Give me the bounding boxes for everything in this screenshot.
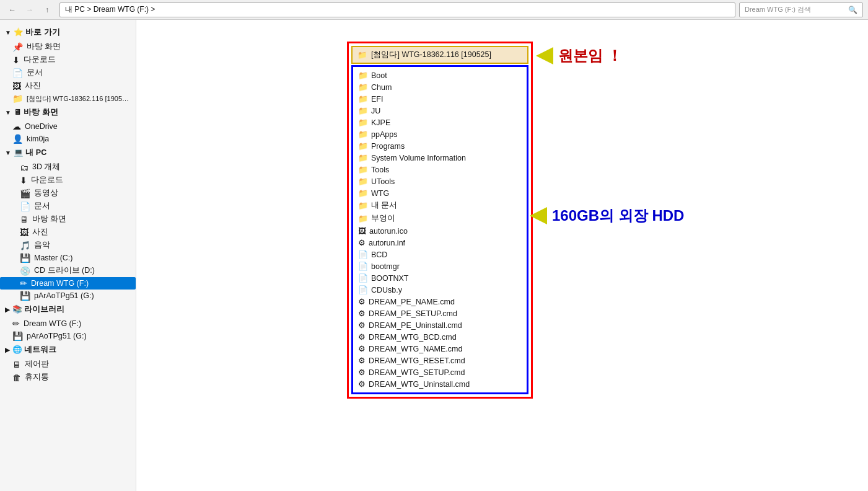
sidebar-item-paranoia-g[interactable]: 💾 pArAoTPg51 (G:) — [0, 290, 136, 302]
quick-access-arrow: ▼ — [5, 29, 11, 36]
dream-wtg-uninstall-label: DREAM_WTG_Uninstall.cmd — [369, 380, 470, 389]
title-bar: ← → ↑ 내 PC > Dream WTG (F:) > Dream WTG … — [0, 0, 868, 20]
photos-pc-icon: 🖼 — [20, 228, 28, 237]
dream-pe-uninstall-label: DREAM_PE_Uninstall.cmd — [369, 321, 462, 330]
blue-inner-box: 📁 Boot 📁 Chum 📁 EFI 📁 JU 📁 KJPE — [351, 65, 528, 394]
folder-programs-label: Programs — [371, 142, 405, 151]
dream-wtg-bcd-icon: ⚙ — [358, 332, 366, 342]
mypc-header[interactable]: ▼ 💻 내 PC — [0, 145, 136, 161]
sidebar-item-photos-pc[interactable]: 🖼 사진 — [0, 226, 136, 239]
sidebar-item-video[interactable]: 🎬 동영상 — [0, 187, 136, 200]
top-annotation-label: 원본임 ！ — [558, 46, 622, 66]
file-dream-pe-name[interactable]: ⚙ DREAM_PE_NAME.cmd — [356, 296, 524, 307]
sidebar-item-onedrive[interactable]: ☁ OneDrive — [0, 120, 136, 133]
folder-Tools[interactable]: 📁 Tools — [356, 164, 524, 175]
sidebar-item-download-pc[interactable]: ⬇ 다운로드 — [0, 174, 136, 187]
folder-owl-label: 부엉이 — [371, 213, 395, 224]
file-dream-wtg-uninstall[interactable]: ⚙ DREAM_WTG_Uninstall.cmd — [356, 378, 524, 390]
sidebar-item-dream-wtg-f2[interactable]: ✏ Dream WTG (F:) — [0, 317, 136, 330]
file-BCD[interactable]: 📄 BCD — [356, 249, 524, 260]
dream-wtg-name-icon: ⚙ — [358, 344, 366, 353]
folder-ppApps[interactable]: 📁 ppApps — [356, 128, 524, 140]
network-header-label: 🌐 네트워크 — [12, 345, 56, 355]
file-bootmgr[interactable]: 📄 bootmgr — [356, 260, 524, 272]
folder-wtg-label: WTG — [371, 189, 389, 198]
sidebar-item-master-c[interactable]: 💾 Master (C:) — [0, 252, 136, 264]
content-area: 📁 [첨임다] WTG-18362.116 [190525] 📁 Boot 📁 … — [136, 20, 868, 491]
file-dream-wtg-name[interactable]: ⚙ DREAM_WTG_NAME.cmd — [356, 343, 524, 355]
sidebar-item-3d[interactable]: 🗂 3D 개체 — [0, 161, 136, 174]
folder-owl[interactable]: 📁 부엉이 — [356, 212, 524, 225]
file-dream-wtg-reset[interactable]: ⚙ DREAM_WTG_RESET.cmd — [356, 355, 524, 366]
original-folder-header[interactable]: 📁 [첨임다] WTG-18362.116 [190525] — [351, 46, 528, 64]
search-bar[interactable]: Dream WTG (F:) 검색 🔍 — [739, 2, 863, 17]
sidebar-item-docs-pc[interactable]: 📄 문서 — [0, 200, 136, 213]
sidebar-item-paraotp-g2[interactable]: 💾 pArAoTPg51 (G:) — [0, 330, 136, 342]
file-dream-pe-setup[interactable]: ⚙ DREAM_PE_SETUP.cmd — [356, 307, 524, 319]
bootnxt-icon: 📄 — [358, 273, 368, 283]
file-autorun-inf[interactable]: ⚙ autorun.inf — [356, 237, 524, 249]
folder-efi-icon: 📁 — [358, 94, 368, 104]
file-dream-wtg-bcd[interactable]: ⚙ DREAM_WTG_BCD.cmd — [356, 331, 524, 343]
desktop-header[interactable]: ▼ 🖥 바탕 화면 — [0, 105, 136, 120]
dream-pe-name-icon: ⚙ — [358, 297, 366, 306]
folder-ju-label: JU — [371, 107, 380, 115]
folder-tools-label: Tools — [371, 166, 389, 174]
control-panel-icon: 🖥 — [12, 360, 21, 369]
docs-pc-icon: 📄 — [20, 201, 30, 211]
folder-header-icon: 📁 — [357, 50, 367, 60]
library-header[interactable]: ▶ 📚 라이브러리 — [0, 302, 136, 317]
sidebar-item-download-quick[interactable]: ⬇ 다운로드 — [0, 53, 136, 66]
bcd-label: BCD — [371, 250, 387, 259]
sidebar-item-docs-quick[interactable]: 📄 문서 — [0, 66, 136, 79]
folder-sysvolume-icon: 📁 — [358, 153, 368, 162]
folder-system-volume[interactable]: 📁 System Volume Information — [356, 152, 524, 164]
folder-programs-icon: 📁 — [358, 141, 368, 151]
sidebar-item-recycle-bin[interactable]: 🗑 휴지통 — [0, 371, 136, 384]
sidebar-item-photos-quick[interactable]: 🖼 사진 — [0, 79, 136, 92]
dream-wtg-uninstall-icon: ⚙ — [358, 379, 366, 389]
folder-JU[interactable]: 📁 JU — [356, 105, 524, 117]
forward-button[interactable]: → — [22, 2, 37, 17]
download-pc-icon: ⬇ — [20, 175, 27, 185]
folder-Chum[interactable]: 📁 Chum — [356, 81, 524, 93]
file-BOOTNXT[interactable]: 📄 BOOTNXT — [356, 272, 524, 284]
file-CDUsb[interactable]: 📄 CDUsb.y — [356, 284, 524, 296]
drive-c-icon: 💾 — [20, 253, 30, 263]
quick-access-header[interactable]: ▼ ⭐ 바로 가기 — [0, 25, 136, 40]
red-outer-box: 📁 [첨임다] WTG-18362.116 [190525] 📁 Boot 📁 … — [347, 42, 533, 399]
desktop-pc-icon: 🖥 — [20, 215, 28, 224]
folder-boot-label: Boot — [371, 71, 387, 80]
folder-my-docs[interactable]: 📁 내 문서 — [356, 199, 524, 212]
file-dream-wtg-setup[interactable]: ⚙ DREAM_WTG_SETUP.cmd — [356, 366, 524, 378]
folder-UTools[interactable]: 📁 UTools — [356, 175, 524, 187]
network-header[interactable]: ▶ 🌐 네트워크 — [0, 342, 136, 358]
sidebar-item-music[interactable]: 🎵 음악 — [0, 239, 136, 252]
dream-pe-setup-icon: ⚙ — [358, 309, 366, 318]
dream-wtg-setup-label: DREAM_WTG_SETUP.cmd — [369, 368, 465, 377]
download-quick-icon: ⬇ — [12, 55, 20, 65]
folder-WTG[interactable]: 📁 WTG — [356, 187, 524, 199]
sidebar-item-cd-d[interactable]: 💿 CD 드라이브 (D:) — [0, 264, 136, 277]
sidebar-item-dream-wtg-f-selected[interactable]: ✏ Dream WTG (F:) — [0, 277, 136, 290]
address-text: 내 PC > Dream WTG (F:) > — [65, 4, 155, 15]
sidebar-item-desktop-quick[interactable]: 📌 바탕 화면 — [0, 40, 136, 53]
address-bar[interactable]: 내 PC > Dream WTG (F:) > — [59, 2, 735, 17]
file-dream-pe-uninstall[interactable]: ⚙ DREAM_PE_Uninstall.cmd — [356, 319, 524, 331]
folder-EFI[interactable]: 📁 EFI — [356, 93, 524, 105]
folder-KJPE[interactable]: 📁 KJPE — [356, 117, 524, 128]
up-button[interactable]: ↑ — [40, 2, 55, 17]
folder-utools-icon: 📁 — [358, 177, 368, 186]
back-button[interactable]: ← — [5, 2, 20, 17]
sidebar-item-wtg-quick[interactable]: 📁 [첨임다] WTG-18362.116 [190525] — [0, 92, 136, 105]
sidebar-item-user[interactable]: 👤 kim0ja — [0, 133, 136, 145]
sidebar-item-control-panel[interactable]: 🖥 제어판 — [0, 358, 136, 371]
user-icon: 👤 — [12, 134, 23, 144]
sidebar-item-desktop-pc[interactable]: 🖥 바탕 화면 — [0, 213, 136, 226]
autorun-inf-icon: ⚙ — [358, 238, 366, 247]
file-autorun-ico[interactable]: 🖼 autorun.ico — [356, 225, 524, 237]
folder-Boot[interactable]: 📁 Boot — [356, 69, 524, 81]
folder-Programs[interactable]: 📁 Programs — [356, 140, 524, 152]
folder-chum-icon: 📁 — [358, 82, 368, 92]
folder-mydocs-icon: 📁 — [358, 201, 368, 210]
